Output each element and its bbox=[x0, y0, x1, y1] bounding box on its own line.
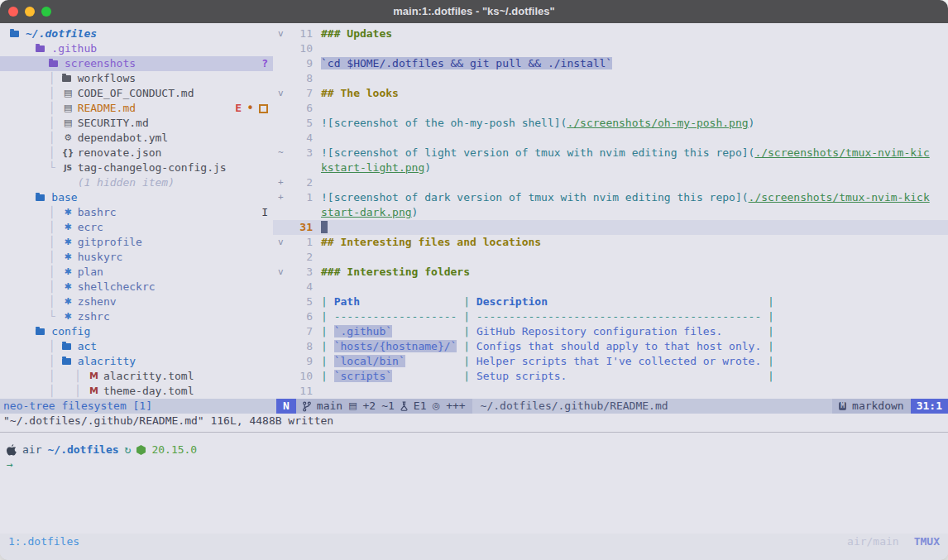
indent-guide: │ bbox=[10, 235, 62, 250]
tree-item-alacritty[interactable]: │ alacritty bbox=[0, 354, 273, 369]
editor-line[interactable]: v11### Updates bbox=[273, 26, 948, 41]
close-button[interactable] bbox=[8, 7, 18, 17]
tree-item-renovate-json[interactable]: │ {}renovate.json bbox=[0, 146, 273, 160]
tree-item-theme-day-toml[interactable]: │ │ Mtheme-day.toml bbox=[0, 384, 273, 399]
indent-guide: │ bbox=[10, 250, 62, 265]
editor-line[interactable]: 6| ------------------- | ---------------… bbox=[273, 309, 948, 324]
editor-line[interactable]: +1![screenshot of dark version of tmux w… bbox=[273, 190, 948, 205]
indent-guide: └ bbox=[10, 309, 62, 324]
folder-icon bbox=[62, 75, 71, 82]
node-version: 20.15.0 bbox=[151, 443, 197, 457]
gutter bbox=[273, 160, 291, 175]
maximize-button[interactable] bbox=[41, 7, 51, 17]
tree-item-label: plan bbox=[78, 265, 103, 280]
tmux-window-name[interactable]: 1:.dotfiles bbox=[8, 534, 79, 550]
fold-open-icon[interactable]: v bbox=[273, 235, 291, 250]
editor-line[interactable]: kstart-light.png) bbox=[273, 160, 948, 175]
tree-item-label: zshrc bbox=[78, 309, 110, 324]
editor-line[interactable]: v3### Interesting folders bbox=[273, 265, 948, 280]
editor-line[interactable]: 6 bbox=[273, 101, 948, 116]
editor-buffer[interactable]: v11### Updates109`cd $HOME/.dotfiles && … bbox=[273, 26, 948, 399]
tree-item-config[interactable]: config bbox=[0, 324, 273, 339]
prompt-arrow[interactable]: → bbox=[0, 457, 948, 472]
editor-line[interactable]: 9| `local/bin` | Helper scripts that I'v… bbox=[273, 354, 948, 369]
tree-item-bashrc[interactable]: │ ✱bashrcI bbox=[0, 205, 273, 220]
fold-open-icon[interactable]: v bbox=[273, 265, 291, 280]
editor-line[interactable]: 4 bbox=[273, 280, 948, 294]
editor-line[interactable]: +2 bbox=[273, 175, 948, 190]
tree-item-label: theme-day.toml bbox=[103, 384, 194, 399]
editor-line-current[interactable]: 31 bbox=[273, 220, 948, 235]
tree-item-alacritty-toml[interactable]: │ │ Malacritty.toml bbox=[0, 369, 273, 384]
gutter bbox=[273, 71, 291, 86]
diff-added: +2 bbox=[363, 399, 376, 414]
tree-item-label: README.md bbox=[78, 101, 136, 116]
editor-line[interactable]: 5![screenshot of the oh-my-posh shell](.… bbox=[273, 116, 948, 131]
editor-line[interactable]: ~3![screenshot of light version of tmux … bbox=[273, 146, 948, 160]
tree-item-act[interactable]: │ act bbox=[0, 339, 273, 354]
dotfile-icon: ✱ bbox=[62, 220, 74, 235]
tree-item-base[interactable]: base bbox=[0, 190, 273, 205]
folder-icon bbox=[36, 45, 45, 52]
fold-open-icon[interactable]: v bbox=[273, 86, 291, 101]
tree-item-dependabot-yml[interactable]: │ ⚙dependabot.yml bbox=[0, 131, 273, 146]
tree-item--github[interactable]: .github bbox=[0, 41, 273, 56]
tree-item-security-md[interactable]: │ ▤SECURITY.md bbox=[0, 116, 273, 131]
tree-item-zshrc[interactable]: └ ✱zshrc bbox=[0, 309, 273, 324]
indent-guide: │ bbox=[10, 339, 62, 354]
shell-prompt[interactable]: air ~/.dotfiles ↻ 20.15.0 bbox=[0, 443, 948, 457]
tree-item--dotfiles[interactable]: ~/.dotfiles bbox=[0, 26, 273, 41]
status-badge: E bbox=[235, 101, 242, 116]
editor-line[interactable]: v7## The looks bbox=[273, 86, 948, 101]
terminal-content: ~/.dotfiles .github screenshots? │ workf… bbox=[0, 23, 948, 560]
tree-item-code-of-conduct-md[interactable]: │ ▤CODE_OF_CONDUCT.md bbox=[0, 86, 273, 101]
editor-line[interactable]: 5| Path | Description | bbox=[273, 294, 948, 309]
tree-item-huskyrc[interactable]: │ ✱huskyrc bbox=[0, 250, 273, 265]
minimize-button[interactable] bbox=[25, 7, 35, 17]
editor-line[interactable]: 8| `hosts/{hostname}/` | Configs that sh… bbox=[273, 339, 948, 354]
tree-item-shellcheckrc[interactable]: │ ✱shellcheckrc bbox=[0, 280, 273, 294]
indent-guide: │ bbox=[10, 146, 62, 160]
editor-line[interactable]: 11 bbox=[273, 384, 948, 399]
line-number bbox=[291, 205, 313, 220]
line-text bbox=[313, 41, 321, 56]
indent-guide bbox=[10, 175, 62, 190]
tree-item-screenshots[interactable]: screenshots? bbox=[0, 56, 273, 71]
line-text: `cd $HOME/.dotfiles && git pull && ./ins… bbox=[313, 56, 612, 71]
editor-line[interactable]: 10 bbox=[273, 41, 948, 56]
tree-item-label: dependabot.yml bbox=[78, 131, 169, 146]
folder-icon bbox=[10, 31, 19, 37]
tmux-label: TMUX bbox=[914, 534, 940, 550]
line-text bbox=[313, 250, 321, 265]
tree-item-ecrc[interactable]: │ ✱ecrc bbox=[0, 220, 273, 235]
filetype-label: markdown bbox=[852, 399, 904, 414]
fold-open-icon[interactable]: v bbox=[273, 26, 291, 41]
tree-item--1-hidden-item-[interactable]: (1 hidden item) bbox=[0, 175, 273, 190]
line-text: | `local/bin` | Helper scripts that I've… bbox=[313, 354, 774, 369]
tree-item-label: renovate.json bbox=[78, 146, 162, 160]
line-number: 31 bbox=[291, 220, 313, 235]
editor-line[interactable]: start-dark.png) bbox=[273, 205, 948, 220]
tree-item-tag-changelog-config-js[interactable]: └ JStag-changelog-config.js bbox=[0, 160, 273, 175]
editor-line[interactable]: 8 bbox=[273, 71, 948, 86]
editor-line[interactable]: 4 bbox=[273, 131, 948, 146]
text-cursor bbox=[321, 221, 328, 233]
statusline-filepath: ~/.dotfiles/.github/README.md bbox=[472, 399, 833, 414]
editor-line[interactable]: 10| `scripts` | Setup scripts. | bbox=[273, 369, 948, 384]
indent-guide: │ bbox=[10, 294, 62, 309]
tree-item-readme-md[interactable]: │ ▤README.mdE• bbox=[0, 101, 273, 116]
line-number: 6 bbox=[291, 309, 313, 324]
tree-item-zshenv[interactable]: │ ✱zshenv bbox=[0, 294, 273, 309]
editor-line[interactable]: 7| `.github` | GitHub Repository configu… bbox=[273, 324, 948, 339]
editor-line[interactable]: v1## Interesting files and locations bbox=[273, 235, 948, 250]
editor-line[interactable]: 9`cd $HOME/.dotfiles && git pull && ./in… bbox=[273, 56, 948, 71]
line-text bbox=[313, 71, 321, 86]
tree-item-plan[interactable]: │ ✱plan bbox=[0, 265, 273, 280]
tmux-pane-border[interactable] bbox=[0, 432, 948, 433]
editor-line[interactable]: 2 bbox=[273, 250, 948, 265]
folder-icon bbox=[49, 60, 58, 67]
tree-item-workflows[interactable]: │ workflows bbox=[0, 71, 273, 86]
tree-item-label: base bbox=[51, 190, 77, 205]
line-number: 10 bbox=[291, 369, 313, 384]
tree-item-gitprofile[interactable]: │ ✱gitprofile bbox=[0, 235, 273, 250]
